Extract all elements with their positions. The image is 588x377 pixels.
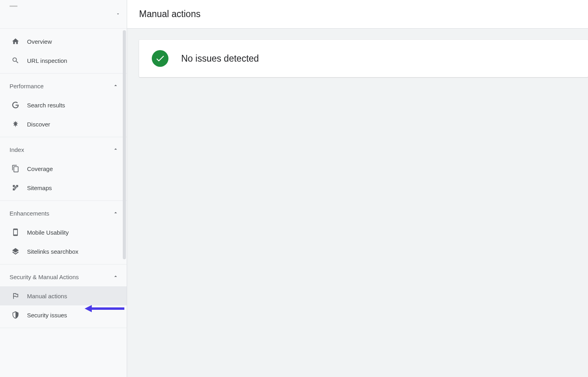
scrollbar[interactable] (123, 30, 126, 259)
sidebar-item-security-issues[interactable]: Security issues (0, 305, 127, 325)
main-body: No issues detected (127, 29, 588, 377)
sidebar-item-label: Overview (27, 38, 52, 45)
sidebar-item-overview[interactable]: Overview (0, 32, 127, 51)
nav-section-title: Security & Manual Actions (10, 274, 79, 280)
sidebar-item-label: Manual actions (27, 293, 67, 299)
sidebar-item-search-results[interactable]: Search results (0, 95, 127, 115)
nav-section-index: Index Coverage Sitemaps (0, 137, 127, 201)
sidebar-item-label: Search results (27, 102, 65, 109)
chevron-up-icon (112, 146, 119, 154)
property-label-placeholder (10, 6, 17, 7)
nav-section-header-index[interactable]: Index (0, 140, 127, 159)
nav-section-top: Overview URL inspection (0, 29, 127, 74)
flag-icon (10, 292, 21, 300)
dropdown-icon (116, 11, 120, 18)
sidebar-item-coverage[interactable]: Coverage (0, 159, 127, 178)
layers-icon (10, 247, 21, 255)
shield-icon (10, 311, 21, 319)
chevron-up-icon (112, 82, 119, 90)
nav-section-header-enhancements[interactable]: Enhancements (0, 204, 127, 223)
nav-section-header-performance[interactable]: Performance (0, 77, 127, 95)
sidebar-item-mobile-usability[interactable]: Mobile Usability (0, 223, 127, 242)
sidebar-item-sitemaps[interactable]: Sitemaps (0, 178, 127, 197)
sidebar-item-discover[interactable]: Discover (0, 115, 127, 134)
main-header: Manual actions (127, 0, 588, 29)
coverage-icon (10, 165, 21, 173)
burst-icon (10, 120, 21, 128)
main-content: Manual actions No issues detected (127, 0, 588, 377)
nav-section-header-security[interactable]: Security & Manual Actions (0, 268, 127, 286)
sidebar-item-label: Discover (27, 121, 50, 128)
sidebar-item-manual-actions[interactable]: Manual actions (0, 286, 127, 305)
sidebar-item-label: Mobile Usability (27, 229, 69, 236)
g-icon (10, 101, 21, 109)
sidebar-item-label: Sitemaps (27, 185, 52, 191)
sidebar-item-label: Security issues (27, 312, 67, 319)
sitemap-icon (10, 184, 21, 192)
nav-section-title: Performance (10, 83, 44, 89)
magnify-icon (10, 56, 21, 64)
status-card: No issues detected (139, 40, 588, 77)
nav-section-enhancements: Enhancements Mobile Usability Sitelinks … (0, 201, 127, 264)
sidebar-item-url-inspection[interactable]: URL inspection (0, 51, 127, 70)
sidebar-item-label: Sitelinks searchbox (27, 248, 78, 255)
nav-section-security: Security & Manual Actions Manual actions… (0, 264, 127, 328)
sidebar: Overview URL inspection Performance (0, 0, 127, 377)
nav-section-performance: Performance Search results Discover (0, 74, 127, 137)
page-title: Manual actions (139, 9, 201, 19)
sidebar-item-label: Coverage (27, 165, 53, 172)
property-selector[interactable] (0, 0, 127, 29)
status-message: No issues detected (181, 53, 259, 64)
chevron-up-icon (112, 210, 119, 217)
nav-section-title: Index (10, 146, 24, 153)
chevron-up-icon (112, 273, 119, 281)
sidebar-item-sitelinks-searchbox[interactable]: Sitelinks searchbox (0, 242, 127, 261)
home-icon (10, 37, 21, 45)
nav-section-title: Enhancements (10, 210, 49, 217)
sidebar-item-label: URL inspection (27, 57, 67, 64)
phone-icon (10, 228, 21, 236)
check-circle-icon (152, 50, 168, 67)
